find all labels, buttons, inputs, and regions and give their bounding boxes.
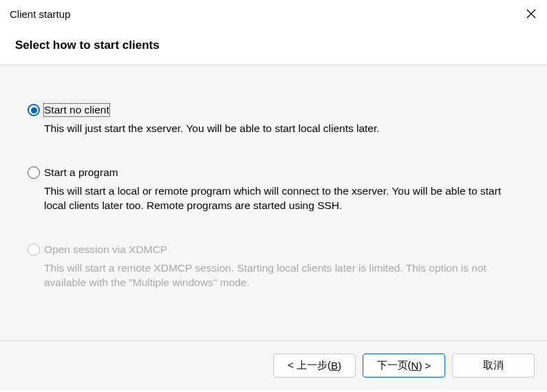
wizard-content: Start no client This will just start the… (0, 65, 547, 340)
option-desc-xdmcp: This will start a remote XDMCP session. … (44, 261, 519, 290)
wizard-footer: < 上一步(B) 下一页(N) > 取消 (0, 340, 547, 390)
close-icon (526, 9, 536, 19)
page-title: Select how to start clients (15, 39, 532, 52)
radio-start-no-client[interactable] (28, 104, 40, 116)
option-xdmcp: Open session via XDMCP This will start a… (28, 243, 519, 290)
titlebar: Client startup (0, 0, 547, 28)
wizard-header: Select how to start clients (0, 28, 547, 65)
radio-xdmcp (28, 243, 40, 256)
radio-label-xdmcp: Open session via XDMCP (44, 243, 167, 256)
option-desc-start-a-program: This will start a local or remote progra… (44, 184, 519, 213)
cancel-button[interactable]: 取消 (452, 353, 535, 378)
option-desc-start-no-client: This will just start the xserver. You wi… (44, 122, 519, 136)
option-start-a-program: Start a program This will start a local … (28, 166, 519, 213)
window-title: Client startup (10, 8, 70, 20)
close-button[interactable] (515, 0, 547, 28)
radio-label-start-no-client[interactable]: Start no client (44, 104, 109, 116)
back-button[interactable]: < 上一步(B) (273, 353, 356, 378)
next-button[interactable]: 下一页(N) > (363, 353, 445, 378)
radio-start-a-program[interactable] (28, 166, 40, 179)
option-start-no-client: Start no client This will just start the… (28, 104, 519, 136)
radio-label-start-a-program[interactable]: Start a program (44, 166, 118, 179)
